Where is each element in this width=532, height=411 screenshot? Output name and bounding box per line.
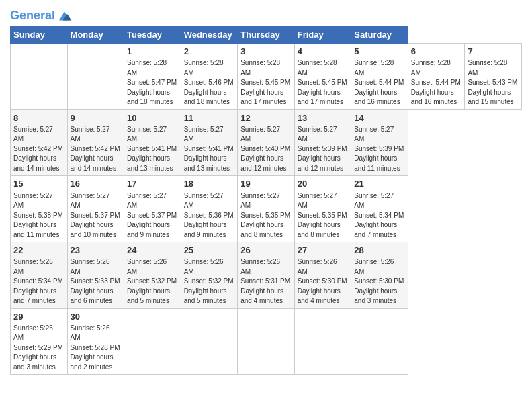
weekday-header-wednesday: Wednesday xyxy=(181,26,238,44)
week-row-1: 1Sunrise: 5:28 AMSunset: 5:47 PMDaylight… xyxy=(11,44,522,110)
day-info: Sunrise: 5:27 AMSunset: 5:38 PMDaylight … xyxy=(13,191,64,240)
day-info: Sunrise: 5:28 AMSunset: 5:44 PMDaylight … xyxy=(354,58,405,107)
day-info: Sunrise: 5:26 AMSunset: 5:32 PMDaylight … xyxy=(127,257,178,306)
day-info: Sunrise: 5:28 AMSunset: 5:46 PMDaylight … xyxy=(184,58,235,107)
day-number: 29 xyxy=(13,311,64,323)
calendar-cell xyxy=(294,308,351,375)
weekday-header-monday: Monday xyxy=(67,26,124,44)
calendar-cell: 4Sunrise: 5:28 AMSunset: 5:45 PMDaylight… xyxy=(294,44,351,110)
day-info: Sunrise: 5:28 AMSunset: 5:45 PMDaylight … xyxy=(240,58,292,107)
calendar-cell: 25Sunrise: 5:26 AMSunset: 5:32 PMDayligh… xyxy=(181,242,238,309)
logo-icon xyxy=(56,9,73,23)
weekday-header-row: SundayMondayTuesdayWednesdayThursdayFrid… xyxy=(11,26,522,44)
day-number: 22 xyxy=(13,244,64,257)
header: General xyxy=(10,7,522,23)
day-number: 10 xyxy=(127,112,178,124)
calendar-cell: 24Sunrise: 5:26 AMSunset: 5:32 PMDayligh… xyxy=(124,242,181,309)
day-info: Sunrise: 5:26 AMSunset: 5:34 PMDaylight … xyxy=(13,257,64,306)
calendar-cell: 29Sunrise: 5:26 AMSunset: 5:29 PMDayligh… xyxy=(11,308,68,375)
calendar-cell: 27Sunrise: 5:26 AMSunset: 5:30 PMDayligh… xyxy=(294,242,351,309)
calendar-cell: 14Sunrise: 5:27 AMSunset: 5:39 PMDayligh… xyxy=(351,109,408,176)
day-number: 25 xyxy=(184,244,235,257)
day-number: 19 xyxy=(240,178,292,190)
day-number: 3 xyxy=(240,46,292,58)
day-number: 11 xyxy=(184,112,235,124)
day-info: Sunrise: 5:27 AMSunset: 5:39 PMDaylight … xyxy=(354,125,405,174)
calendar-cell: 6Sunrise: 5:28 AMSunset: 5:44 PMDaylight… xyxy=(408,44,465,110)
day-number: 24 xyxy=(127,244,178,257)
day-info: Sunrise: 5:26 AMSunset: 5:30 PMDaylight … xyxy=(354,257,405,306)
calendar-cell: 16Sunrise: 5:27 AMSunset: 5:37 PMDayligh… xyxy=(67,176,124,242)
calendar-cell: 20Sunrise: 5:27 AMSunset: 5:35 PMDayligh… xyxy=(294,176,351,242)
day-number: 9 xyxy=(71,112,122,124)
day-number: 15 xyxy=(13,178,64,190)
day-info: Sunrise: 5:28 AMSunset: 5:45 PMDaylight … xyxy=(298,58,349,107)
day-number: 6 xyxy=(411,46,462,58)
day-info: Sunrise: 5:27 AMSunset: 5:35 PMDaylight … xyxy=(298,191,349,240)
day-number: 7 xyxy=(468,46,519,58)
calendar-cell: 1Sunrise: 5:28 AMSunset: 5:47 PMDaylight… xyxy=(124,44,181,110)
calendar-cell: 23Sunrise: 5:26 AMSunset: 5:33 PMDayligh… xyxy=(67,242,124,309)
day-number: 12 xyxy=(240,112,292,124)
day-number: 18 xyxy=(184,178,235,190)
weekday-header-friday: Friday xyxy=(294,26,351,44)
calendar-cell: 30Sunrise: 5:26 AMSunset: 5:28 PMDayligh… xyxy=(67,308,124,375)
calendar-cell: 7Sunrise: 5:28 AMSunset: 5:43 PMDaylight… xyxy=(465,44,522,110)
logo: General xyxy=(10,9,73,23)
day-info: Sunrise: 5:28 AMSunset: 5:44 PMDaylight … xyxy=(411,58,462,107)
day-number: 16 xyxy=(71,178,122,190)
calendar-cell: 13Sunrise: 5:27 AMSunset: 5:39 PMDayligh… xyxy=(294,109,351,176)
day-number: 1 xyxy=(127,46,178,58)
calendar-table: SundayMondayTuesdayWednesdayThursdayFrid… xyxy=(10,26,522,375)
day-info: Sunrise: 5:27 AMSunset: 5:40 PMDaylight … xyxy=(240,125,292,174)
calendar-cell: 5Sunrise: 5:28 AMSunset: 5:44 PMDaylight… xyxy=(351,44,408,110)
calendar-container: General SundayMondayTuesdayWednesdayThur… xyxy=(0,0,532,381)
week-row-3: 15Sunrise: 5:27 AMSunset: 5:38 PMDayligh… xyxy=(11,176,522,242)
week-row-4: 22Sunrise: 5:26 AMSunset: 5:34 PMDayligh… xyxy=(11,242,522,309)
day-info: Sunrise: 5:27 AMSunset: 5:35 PMDaylight … xyxy=(240,191,292,240)
calendar-cell xyxy=(351,308,408,375)
week-row-2: 8Sunrise: 5:27 AMSunset: 5:42 PMDaylight… xyxy=(11,109,522,176)
day-info: Sunrise: 5:26 AMSunset: 5:33 PMDaylight … xyxy=(71,257,122,306)
calendar-cell: 17Sunrise: 5:27 AMSunset: 5:37 PMDayligh… xyxy=(124,176,181,242)
calendar-cell: 22Sunrise: 5:26 AMSunset: 5:34 PMDayligh… xyxy=(11,242,68,309)
calendar-cell: 8Sunrise: 5:27 AMSunset: 5:42 PMDaylight… xyxy=(11,109,68,176)
day-info: Sunrise: 5:27 AMSunset: 5:41 PMDaylight … xyxy=(184,125,235,174)
calendar-cell: 12Sunrise: 5:27 AMSunset: 5:40 PMDayligh… xyxy=(238,109,295,176)
calendar-cell xyxy=(238,308,295,375)
calendar-cell: 10Sunrise: 5:27 AMSunset: 5:41 PMDayligh… xyxy=(124,109,181,176)
week-row-5: 29Sunrise: 5:26 AMSunset: 5:29 PMDayligh… xyxy=(11,308,522,375)
day-info: Sunrise: 5:26 AMSunset: 5:29 PMDaylight … xyxy=(13,324,64,373)
day-number: 4 xyxy=(298,46,349,58)
day-number: 23 xyxy=(71,244,122,257)
calendar-cell: 2Sunrise: 5:28 AMSunset: 5:46 PMDaylight… xyxy=(181,44,238,110)
day-info: Sunrise: 5:27 AMSunset: 5:41 PMDaylight … xyxy=(127,125,178,174)
calendar-cell: 28Sunrise: 5:26 AMSunset: 5:30 PMDayligh… xyxy=(351,242,408,309)
day-info: Sunrise: 5:27 AMSunset: 5:39 PMDaylight … xyxy=(298,125,349,174)
day-info: Sunrise: 5:27 AMSunset: 5:36 PMDaylight … xyxy=(184,191,235,240)
weekday-header-saturday: Saturday xyxy=(351,26,408,44)
day-info: Sunrise: 5:26 AMSunset: 5:30 PMDaylight … xyxy=(298,257,349,306)
day-number: 13 xyxy=(298,112,349,124)
calendar-cell: 9Sunrise: 5:27 AMSunset: 5:42 PMDaylight… xyxy=(67,109,124,176)
weekday-header-sunday: Sunday xyxy=(11,26,68,44)
day-number: 20 xyxy=(298,178,349,190)
day-info: Sunrise: 5:27 AMSunset: 5:37 PMDaylight … xyxy=(127,191,178,240)
calendar-cell: 21Sunrise: 5:27 AMSunset: 5:34 PMDayligh… xyxy=(351,176,408,242)
calendar-cell: 15Sunrise: 5:27 AMSunset: 5:38 PMDayligh… xyxy=(11,176,68,242)
day-number: 5 xyxy=(354,46,405,58)
day-info: Sunrise: 5:27 AMSunset: 5:34 PMDaylight … xyxy=(354,191,405,240)
day-info: Sunrise: 5:26 AMSunset: 5:31 PMDaylight … xyxy=(240,257,292,306)
calendar-cell xyxy=(181,308,238,375)
weekday-header-thursday: Thursday xyxy=(238,26,295,44)
day-number: 28 xyxy=(354,244,405,257)
day-info: Sunrise: 5:28 AMSunset: 5:43 PMDaylight … xyxy=(468,58,519,107)
day-number: 17 xyxy=(127,178,178,190)
day-info: Sunrise: 5:28 AMSunset: 5:47 PMDaylight … xyxy=(127,58,178,107)
calendar-cell: 11Sunrise: 5:27 AMSunset: 5:41 PMDayligh… xyxy=(181,109,238,176)
calendar-cell: 26Sunrise: 5:26 AMSunset: 5:31 PMDayligh… xyxy=(238,242,295,309)
day-info: Sunrise: 5:27 AMSunset: 5:42 PMDaylight … xyxy=(71,125,122,174)
day-number: 30 xyxy=(71,311,122,323)
day-info: Sunrise: 5:26 AMSunset: 5:32 PMDaylight … xyxy=(184,257,235,306)
day-number: 26 xyxy=(240,244,292,257)
